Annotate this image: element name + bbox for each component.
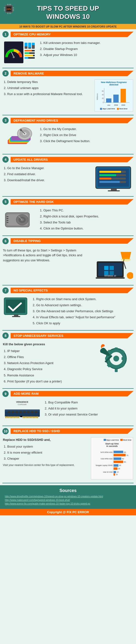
divider-2 (2, 115, 134, 115)
divider-8 (2, 388, 134, 389)
section-8-item-2: Offline Files (7, 354, 94, 360)
malware-chart-svg: 0 20 40 60 1992 to 2008 2009 (99, 87, 131, 106)
section-7-header: 7 No Special Effects (2, 288, 134, 294)
svg-rect-129 (17, 416, 18, 418)
svg-rect-97 (12, 316, 20, 317)
svg-rect-160 (114, 471, 116, 473)
svg-point-17 (13, 56, 15, 58)
svg-text:Intel 32 SSD: Intel 32 SSD (103, 471, 112, 473)
sources-section: Sources http://www.drivethelife.com/wind… (0, 485, 136, 509)
section-3-header: 3 Defragment Hard Drives (2, 117, 134, 124)
svg-text:20: 20 (102, 98, 104, 99)
section-8-item-6: Print Spooler (If you don't use a printe… (7, 379, 94, 384)
section-10-item-3: Cheaper (7, 456, 88, 461)
svg-rect-133 (26, 416, 26, 418)
legend-dot-2 (117, 108, 119, 110)
svg-rect-125 (11, 416, 12, 418)
section-5-step-3: Select the Tools tab (44, 220, 133, 225)
divider-4 (2, 196, 134, 197)
section-10-text: Replace HDD to SSD/SSHD and, Boost your … (3, 437, 88, 468)
svg-rect-21 (28, 43, 31, 48)
page-footer: Copyright @ FIX PC ERROR (0, 509, 136, 516)
svg-rect-126 (12, 416, 14, 418)
page-header: CPU Tips to Speed Up Windows 10 (0, 0, 136, 24)
section-8-item-4: Diagnostic Policy Service (7, 366, 94, 372)
section-6-text: To turn off these tips, go to Start > Se… (3, 247, 92, 263)
svg-rect-66 (99, 181, 120, 183)
section-7-number: 7 (2, 288, 9, 294)
section-6-description: To turn off these tips, go to Start > Se… (3, 248, 92, 263)
section-10-description: Replace HDD to SSD/SSHD and, (3, 437, 88, 442)
legend-label-1: App Load time (102, 108, 115, 110)
section-8-text: Kill the below given process IP helper O… (3, 342, 94, 385)
section-1: 1 Optimize CPU Memory (2, 31, 134, 66)
svg-text:10: 10 (116, 474, 118, 475)
section-5-content: Open This PC. Right-click a local disk, … (2, 206, 134, 233)
svg-rect-40 (120, 89, 126, 102)
svg-rect-101 (115, 348, 118, 351)
svg-text:50: 50 (122, 458, 124, 460)
svg-text:65: 65 (124, 452, 126, 453)
section-1-content: Kill unknown process from taks manager. … (2, 39, 134, 66)
svg-rect-155 (114, 464, 118, 467)
section-6-image: Windows 10 ! (94, 247, 133, 282)
section-7-title: No Special Effects (10, 288, 134, 293)
svg-point-100 (113, 356, 119, 362)
svg-rect-130 (18, 416, 19, 418)
svg-rect-146 (114, 454, 126, 456)
svg-rect-39 (113, 94, 119, 102)
section-8-item-5: Remote Assistance (7, 373, 94, 378)
svg-text:2009: 2009 (121, 104, 125, 106)
divider-7 (2, 330, 134, 330)
section-2: 2 Remove Malware Delete temporary files … (2, 70, 134, 113)
section-9-content: VENGENCE CORSAIR Buy Compatible Ram Add … (2, 398, 134, 424)
svg-text:40: 40 (102, 94, 104, 96)
svg-rect-79 (6, 222, 8, 223)
divider-5 (2, 236, 134, 236)
svg-text:!: ! (130, 275, 130, 277)
svg-rect-76 (6, 216, 8, 217)
svg-rect-23 (32, 43, 35, 45)
page-title: Tips to Speed Up Windows 10 (2, 4, 134, 20)
section-10-number: 10 (2, 428, 9, 434)
legend-boot-dot (120, 439, 123, 441)
svg-rect-87 (110, 266, 114, 270)
sources-link-2[interactable]: http://www.makeuseof.com/tag/speed-windo… (5, 499, 131, 502)
section-2-number: 2 (2, 70, 9, 76)
section-3-number: 3 (2, 117, 9, 124)
sources-link-3[interactable]: http://www.pceror-fix.com/guide-make-win… (5, 502, 131, 505)
section-2-content: Delete temporary files Uninstall unknwn … (2, 78, 134, 113)
section-3: 3 Defragment Hard Drives (2, 117, 134, 152)
sources-link-1[interactable]: http://www.drivethelife.com/windows-10/s… (5, 495, 131, 498)
section-2-step-2: Uninstall unknwn apps (7, 86, 92, 91)
section-4-image (94, 166, 133, 193)
section-7-step-1: Right-click on Start menu and click Syst… (36, 296, 133, 302)
cpu-icon: CPU (3, 3, 15, 15)
legend-app-label: App Load time (106, 439, 119, 441)
section-6-header: 6 Disable Tipping (2, 238, 134, 244)
malware-chart: New Malicious Programs detected Millions… (94, 80, 133, 112)
svg-rect-31 (24, 57, 28, 59)
section-1-text: Kill unknown process from taks manager. … (39, 40, 133, 58)
svg-text:Windows 10: Windows 10 (104, 274, 116, 277)
svg-rect-96 (14, 315, 18, 316)
svg-rect-68 (108, 190, 120, 191)
chart-title: New Malicious Programs detected (96, 81, 132, 86)
ssd-chart-svg: 5470 RPM HDD 65 75 7200 RPM HDD 50 60 Se… (92, 448, 132, 477)
section-4: 4 Update All Drivers (2, 156, 134, 194)
section-10-image: App Load time Boot time Start-up timein … (91, 437, 133, 480)
lamp-laptop-visual: Windows 10 ! (94, 247, 133, 281)
svg-rect-27 (24, 52, 30, 54)
divider-1 (2, 68, 134, 68)
svg-text:0: 0 (103, 102, 104, 103)
section-9-step-2: Add it to your system (48, 406, 133, 411)
section-8-item-3: Network Access Protection Agent (7, 360, 94, 366)
legend-dot-1 (100, 108, 102, 110)
section-3-text: Go to the My Computer. Right Click on th… (39, 126, 133, 144)
svg-rect-67 (111, 188, 117, 190)
svg-rect-145 (114, 451, 123, 453)
svg-rect-19 (24, 43, 28, 46)
section-8-image (97, 342, 133, 374)
divider-3 (2, 154, 134, 154)
svg-rect-25 (24, 50, 32, 52)
